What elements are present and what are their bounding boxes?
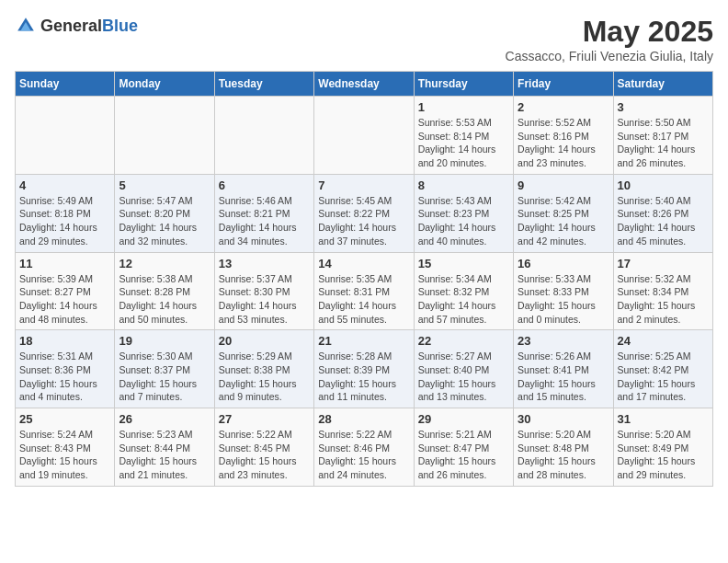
cell-day-number: 29 [418, 412, 509, 426]
cell-day-number: 15 [418, 257, 509, 270]
calendar-cell: 7Sunrise: 5:45 AM Sunset: 8:22 PM Daylig… [314, 174, 414, 252]
calendar-cell: 22Sunrise: 5:27 AM Sunset: 8:40 PM Dayli… [414, 330, 513, 408]
calendar-cell: 29Sunrise: 5:21 AM Sunset: 8:47 PM Dayli… [414, 408, 513, 487]
calendar-cell: 1Sunrise: 5:53 AM Sunset: 8:14 PM Daylig… [414, 97, 513, 175]
cell-day-number: 6 [219, 178, 310, 192]
cell-info: Sunrise: 5:29 AM Sunset: 8:38 PM Dayligh… [219, 350, 310, 404]
cell-day-number: 25 [19, 412, 110, 426]
cell-info: Sunrise: 5:42 AM Sunset: 8:25 PM Dayligh… [518, 194, 609, 248]
cell-info: Sunrise: 5:28 AM Sunset: 8:39 PM Dayligh… [318, 350, 409, 404]
calendar-cell [16, 97, 115, 175]
cell-day-number: 26 [119, 412, 210, 426]
cell-info: Sunrise: 5:24 AM Sunset: 8:43 PM Dayligh… [19, 428, 110, 482]
cell-info: Sunrise: 5:47 AM Sunset: 8:20 PM Dayligh… [119, 194, 210, 248]
calendar-cell: 5Sunrise: 5:47 AM Sunset: 8:20 PM Daylig… [115, 174, 214, 252]
cell-info: Sunrise: 5:23 AM Sunset: 8:44 PM Dayligh… [119, 428, 210, 482]
calendar-cell: 10Sunrise: 5:40 AM Sunset: 8:26 PM Dayli… [613, 174, 712, 252]
calendar-cell: 2Sunrise: 5:52 AM Sunset: 8:16 PM Daylig… [514, 97, 613, 175]
week-row-1: 1Sunrise: 5:53 AM Sunset: 8:14 PM Daylig… [16, 97, 713, 175]
location-title: Cassacco, Friuli Venezia Giulia, Italy [506, 49, 713, 63]
calendar-cell [214, 97, 313, 175]
cell-day-number: 23 [518, 334, 609, 348]
cell-info: Sunrise: 5:35 AM Sunset: 8:31 PM Dayligh… [318, 272, 409, 327]
calendar-cell: 8Sunrise: 5:43 AM Sunset: 8:23 PM Daylig… [414, 174, 513, 252]
cell-info: Sunrise: 5:43 AM Sunset: 8:23 PM Dayligh… [418, 194, 509, 248]
cell-day-number: 20 [219, 334, 310, 348]
title-area: May 2025 Cassacco, Friuli Venezia Giulia… [506, 15, 713, 63]
calendar-cell: 26Sunrise: 5:23 AM Sunset: 8:44 PM Dayli… [115, 408, 214, 487]
week-row-2: 4Sunrise: 5:49 AM Sunset: 8:18 PM Daylig… [16, 174, 713, 252]
calendar-cell: 23Sunrise: 5:26 AM Sunset: 8:41 PM Dayli… [514, 330, 613, 408]
cell-day-number: 30 [518, 412, 609, 426]
calendar-header-row: SundayMondayTuesdayWednesdayThursdayFrid… [16, 72, 713, 97]
cell-day-number: 13 [219, 257, 310, 270]
day-header-wednesday: Wednesday [314, 72, 414, 97]
day-header-saturday: Saturday [613, 72, 712, 97]
cell-info: Sunrise: 5:45 AM Sunset: 8:22 PM Dayligh… [318, 194, 409, 248]
calendar-cell: 15Sunrise: 5:34 AM Sunset: 8:32 PM Dayli… [414, 252, 513, 330]
cell-info: Sunrise: 5:22 AM Sunset: 8:46 PM Dayligh… [318, 428, 409, 482]
cell-info: Sunrise: 5:52 AM Sunset: 8:16 PM Dayligh… [518, 116, 609, 170]
cell-info: Sunrise: 5:53 AM Sunset: 8:14 PM Dayligh… [418, 116, 509, 170]
week-row-3: 11Sunrise: 5:39 AM Sunset: 8:27 PM Dayli… [16, 252, 713, 330]
calendar-cell: 6Sunrise: 5:46 AM Sunset: 8:21 PM Daylig… [214, 174, 313, 252]
cell-day-number: 16 [518, 257, 609, 270]
cell-day-number: 7 [318, 178, 409, 192]
calendar-body: 1Sunrise: 5:53 AM Sunset: 8:14 PM Daylig… [16, 97, 713, 487]
calendar-cell: 31Sunrise: 5:20 AM Sunset: 8:49 PM Dayli… [613, 408, 712, 487]
cell-info: Sunrise: 5:40 AM Sunset: 8:26 PM Dayligh… [618, 194, 709, 248]
month-title: May 2025 [506, 15, 713, 49]
cell-info: Sunrise: 5:20 AM Sunset: 8:49 PM Dayligh… [618, 428, 709, 482]
calendar-cell: 16Sunrise: 5:33 AM Sunset: 8:33 PM Dayli… [514, 252, 613, 330]
header: GeneralBlue May 2025 Cassacco, Friuli Ve… [15, 15, 713, 63]
logo-blue: Blue [102, 17, 138, 35]
calendar-cell: 30Sunrise: 5:20 AM Sunset: 8:48 PM Dayli… [514, 408, 613, 487]
cell-info: Sunrise: 5:22 AM Sunset: 8:45 PM Dayligh… [219, 428, 310, 482]
cell-day-number: 21 [318, 334, 409, 348]
cell-info: Sunrise: 5:38 AM Sunset: 8:28 PM Dayligh… [119, 272, 210, 327]
cell-info: Sunrise: 5:50 AM Sunset: 8:17 PM Dayligh… [618, 116, 709, 170]
cell-info: Sunrise: 5:33 AM Sunset: 8:33 PM Dayligh… [518, 272, 609, 327]
calendar-cell: 24Sunrise: 5:25 AM Sunset: 8:42 PM Dayli… [613, 330, 712, 408]
calendar-cell: 9Sunrise: 5:42 AM Sunset: 8:25 PM Daylig… [514, 174, 613, 252]
calendar-cell: 27Sunrise: 5:22 AM Sunset: 8:45 PM Dayli… [214, 408, 313, 487]
cell-day-number: 22 [418, 334, 509, 348]
cell-day-number: 31 [618, 412, 709, 426]
cell-day-number: 27 [219, 412, 310, 426]
calendar-table: SundayMondayTuesdayWednesdayThursdayFrid… [15, 71, 713, 487]
calendar-cell: 11Sunrise: 5:39 AM Sunset: 8:27 PM Dayli… [16, 252, 115, 330]
cell-info: Sunrise: 5:31 AM Sunset: 8:36 PM Dayligh… [19, 350, 110, 404]
calendar-cell: 3Sunrise: 5:50 AM Sunset: 8:17 PM Daylig… [613, 97, 712, 175]
cell-day-number: 2 [518, 100, 609, 114]
cell-day-number: 12 [119, 257, 210, 270]
week-row-5: 25Sunrise: 5:24 AM Sunset: 8:43 PM Dayli… [16, 408, 713, 487]
day-header-tuesday: Tuesday [214, 72, 313, 97]
calendar-cell: 19Sunrise: 5:30 AM Sunset: 8:37 PM Dayli… [115, 330, 214, 408]
day-header-monday: Monday [115, 72, 214, 97]
cell-day-number: 17 [618, 257, 709, 270]
cell-day-number: 19 [119, 334, 210, 348]
cell-day-number: 11 [19, 257, 110, 270]
day-header-thursday: Thursday [414, 72, 513, 97]
calendar-cell [314, 97, 414, 175]
logo-icon [15, 15, 37, 37]
week-row-4: 18Sunrise: 5:31 AM Sunset: 8:36 PM Dayli… [16, 330, 713, 408]
cell-info: Sunrise: 5:27 AM Sunset: 8:40 PM Dayligh… [418, 350, 509, 404]
cell-info: Sunrise: 5:49 AM Sunset: 8:18 PM Dayligh… [19, 194, 110, 248]
cell-day-number: 24 [618, 334, 709, 348]
calendar-cell: 13Sunrise: 5:37 AM Sunset: 8:30 PM Dayli… [214, 252, 313, 330]
calendar-cell: 17Sunrise: 5:32 AM Sunset: 8:34 PM Dayli… [613, 252, 712, 330]
cell-info: Sunrise: 5:21 AM Sunset: 8:47 PM Dayligh… [418, 428, 509, 482]
calendar-cell: 25Sunrise: 5:24 AM Sunset: 8:43 PM Dayli… [16, 408, 115, 487]
cell-day-number: 10 [618, 178, 709, 192]
cell-day-number: 1 [418, 100, 509, 114]
cell-day-number: 4 [19, 178, 110, 192]
cell-day-number: 3 [618, 100, 709, 114]
cell-day-number: 28 [318, 412, 409, 426]
calendar-cell: 18Sunrise: 5:31 AM Sunset: 8:36 PM Dayli… [16, 330, 115, 408]
cell-info: Sunrise: 5:32 AM Sunset: 8:34 PM Dayligh… [618, 272, 709, 327]
cell-info: Sunrise: 5:34 AM Sunset: 8:32 PM Dayligh… [418, 272, 509, 327]
cell-info: Sunrise: 5:37 AM Sunset: 8:30 PM Dayligh… [219, 272, 310, 327]
cell-day-number: 5 [119, 178, 210, 192]
cell-day-number: 8 [418, 178, 509, 192]
